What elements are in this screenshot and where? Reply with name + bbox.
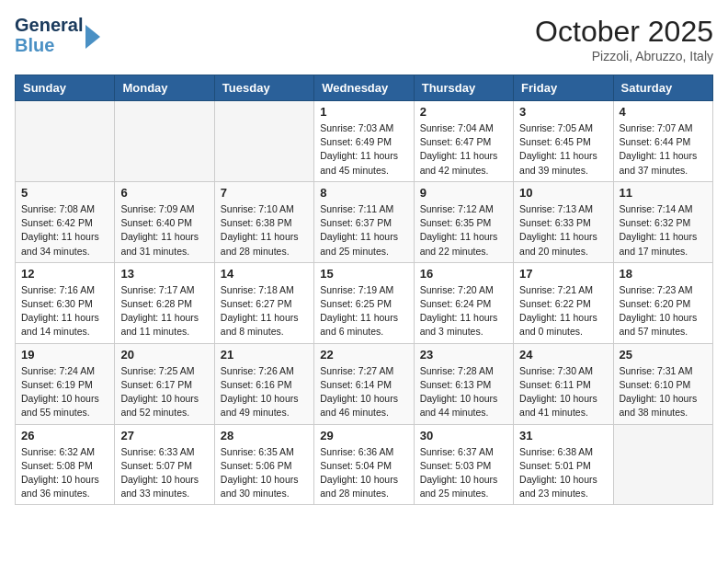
calendar-cell: 21Sunrise: 7:26 AM Sunset: 6:16 PM Dayli… [214,343,313,424]
day-number: 1 [320,105,407,119]
day-info: Sunrise: 6:36 AM Sunset: 5:04 PM Dayligh… [320,445,407,501]
day-number: 30 [420,429,507,442]
week-row-5: 26Sunrise: 6:32 AM Sunset: 5:08 PM Dayli… [16,424,713,505]
day-info: Sunrise: 7:16 AM Sunset: 6:30 PM Dayligh… [21,283,108,339]
day-number: 15 [320,267,407,281]
calendar-cell: 1Sunrise: 7:03 AM Sunset: 6:49 PM Daylig… [314,101,414,182]
calendar-cell: 22Sunrise: 7:27 AM Sunset: 6:14 PM Dayli… [314,343,414,424]
calendar-table: SundayMondayTuesdayWednesdayThursdayFrid… [15,75,713,505]
weekday-header-tuesday: Tuesday [214,75,313,101]
day-number: 10 [519,186,607,200]
day-info: Sunrise: 6:35 AM Sunset: 5:06 PM Dayligh… [221,445,308,501]
calendar-cell: 14Sunrise: 7:18 AM Sunset: 6:27 PM Dayli… [214,262,313,343]
day-info: Sunrise: 7:20 AM Sunset: 6:24 PM Dayligh… [420,283,507,339]
month-title: October 2025 [535,15,713,49]
day-number: 5 [21,186,108,200]
calendar-cell [16,101,115,182]
week-row-2: 5Sunrise: 7:08 AM Sunset: 6:42 PM Daylig… [16,181,713,262]
day-number: 26 [21,429,108,442]
week-row-3: 12Sunrise: 7:16 AM Sunset: 6:30 PM Dayli… [16,262,713,343]
calendar-cell: 16Sunrise: 7:20 AM Sunset: 6:24 PM Dayli… [414,262,513,343]
day-info: Sunrise: 7:12 AM Sunset: 6:35 PM Dayligh… [420,202,507,259]
calendar-cell: 9Sunrise: 7:12 AM Sunset: 6:35 PM Daylig… [414,181,513,262]
day-number: 9 [420,186,507,200]
day-info: Sunrise: 7:09 AM Sunset: 6:40 PM Dayligh… [120,202,208,259]
day-number: 2 [420,105,507,119]
day-info: Sunrise: 7:10 AM Sunset: 6:38 PM Dayligh… [221,202,308,259]
day-number: 24 [519,348,607,362]
logo-arrow [85,25,100,49]
day-number: 14 [221,267,308,281]
weekday-header-saturday: Saturday [613,75,712,101]
day-info: Sunrise: 7:25 AM Sunset: 6:17 PM Dayligh… [120,364,208,420]
day-number: 7 [221,186,308,200]
week-row-1: 1Sunrise: 7:03 AM Sunset: 6:49 PM Daylig… [16,101,713,182]
day-number: 12 [21,267,108,281]
day-number: 22 [320,348,407,362]
calendar-cell: 15Sunrise: 7:19 AM Sunset: 6:25 PM Dayli… [314,262,414,343]
day-info: Sunrise: 6:32 AM Sunset: 5:08 PM Dayligh… [21,445,108,501]
logo-line2: Blue [15,35,83,55]
calendar-cell: 31Sunrise: 6:38 AM Sunset: 5:01 PM Dayli… [514,424,613,505]
day-info: Sunrise: 7:28 AM Sunset: 6:13 PM Dayligh… [420,364,507,420]
weekday-header-row: SundayMondayTuesdayWednesdayThursdayFrid… [16,75,713,101]
calendar-cell: 23Sunrise: 7:28 AM Sunset: 6:13 PM Dayli… [414,343,513,424]
calendar-cell: 27Sunrise: 6:33 AM Sunset: 5:07 PM Dayli… [115,424,214,505]
day-number: 31 [519,429,607,442]
location-subtitle: Pizzoli, Abruzzo, Italy [535,49,713,63]
day-info: Sunrise: 6:33 AM Sunset: 5:07 PM Dayligh… [120,445,208,501]
day-info: Sunrise: 7:08 AM Sunset: 6:42 PM Dayligh… [21,202,108,259]
calendar-cell: 30Sunrise: 6:37 AM Sunset: 5:03 PM Dayli… [414,424,513,505]
day-info: Sunrise: 7:26 AM Sunset: 6:16 PM Dayligh… [221,364,308,420]
calendar-cell [214,101,313,182]
weekday-header-wednesday: Wednesday [314,75,414,101]
day-info: Sunrise: 7:04 AM Sunset: 6:47 PM Dayligh… [420,121,507,178]
calendar-cell: 13Sunrise: 7:17 AM Sunset: 6:28 PM Dayli… [115,262,214,343]
day-number: 25 [620,348,707,362]
weekday-header-thursday: Thursday [414,75,513,101]
day-number: 23 [420,348,507,362]
calendar-cell: 6Sunrise: 7:09 AM Sunset: 6:40 PM Daylig… [115,181,214,262]
day-info: Sunrise: 6:37 AM Sunset: 5:03 PM Dayligh… [420,445,507,501]
calendar-cell: 12Sunrise: 7:16 AM Sunset: 6:30 PM Dayli… [16,262,115,343]
day-info: Sunrise: 7:19 AM Sunset: 6:25 PM Dayligh… [320,283,407,339]
calendar-cell: 25Sunrise: 7:31 AM Sunset: 6:10 PM Dayli… [613,343,712,424]
calendar-cell: 24Sunrise: 7:30 AM Sunset: 6:11 PM Dayli… [514,343,613,424]
calendar-cell: 26Sunrise: 6:32 AM Sunset: 5:08 PM Dayli… [16,424,115,505]
calendar-cell: 18Sunrise: 7:23 AM Sunset: 6:20 PM Dayli… [613,262,712,343]
day-info: Sunrise: 7:11 AM Sunset: 6:37 PM Dayligh… [320,202,407,259]
day-number: 8 [320,186,407,200]
day-info: Sunrise: 7:05 AM Sunset: 6:45 PM Dayligh… [519,121,607,178]
day-number: 28 [221,429,308,442]
day-info: Sunrise: 7:17 AM Sunset: 6:28 PM Dayligh… [120,283,208,339]
page-header: General Blue October 2025 Pizzoli, Abruz… [15,15,713,63]
day-number: 29 [320,429,407,442]
day-info: Sunrise: 6:38 AM Sunset: 5:01 PM Dayligh… [519,445,607,501]
logo: General Blue [15,15,100,55]
day-number: 17 [519,267,607,281]
day-number: 19 [21,348,108,362]
calendar-cell: 20Sunrise: 7:25 AM Sunset: 6:17 PM Dayli… [115,343,214,424]
weekday-header-friday: Friday [514,75,613,101]
calendar-cell: 3Sunrise: 7:05 AM Sunset: 6:45 PM Daylig… [514,101,613,182]
logo-line1: General [15,15,83,35]
weekday-header-sunday: Sunday [16,75,115,101]
day-info: Sunrise: 7:23 AM Sunset: 6:20 PM Dayligh… [620,283,707,339]
day-number: 16 [420,267,507,281]
calendar-cell [115,101,214,182]
day-number: 27 [120,429,208,442]
day-info: Sunrise: 7:21 AM Sunset: 6:22 PM Dayligh… [519,283,607,339]
day-number: 4 [620,105,707,119]
day-number: 18 [620,267,707,281]
day-info: Sunrise: 7:03 AM Sunset: 6:49 PM Dayligh… [320,121,407,178]
week-row-4: 19Sunrise: 7:24 AM Sunset: 6:19 PM Dayli… [16,343,713,424]
calendar-cell: 7Sunrise: 7:10 AM Sunset: 6:38 PM Daylig… [214,181,313,262]
day-number: 21 [221,348,308,362]
logo-icon: General Blue [15,15,100,55]
calendar-cell: 17Sunrise: 7:21 AM Sunset: 6:22 PM Dayli… [514,262,613,343]
calendar-cell: 4Sunrise: 7:07 AM Sunset: 6:44 PM Daylig… [613,101,712,182]
calendar-cell: 11Sunrise: 7:14 AM Sunset: 6:32 PM Dayli… [613,181,712,262]
calendar-cell: 8Sunrise: 7:11 AM Sunset: 6:37 PM Daylig… [314,181,414,262]
title-block: October 2025 Pizzoli, Abruzzo, Italy [535,15,713,63]
calendar-cell: 19Sunrise: 7:24 AM Sunset: 6:19 PM Dayli… [16,343,115,424]
